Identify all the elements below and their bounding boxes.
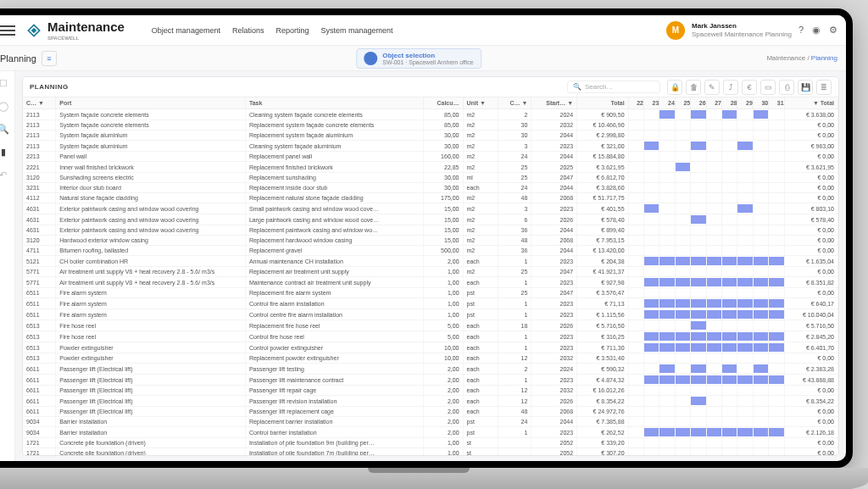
table-row[interactable]: 6511Fire alarm systemControl fire alarm …: [23, 298, 838, 309]
cell-row-total: € 0,00: [784, 438, 837, 448]
sidebar-user-icon[interactable]: ◯: [0, 101, 8, 112]
table-row[interactable]: 1721Concrete pile foundation (driven)Ins…: [23, 438, 838, 448]
cell-task: Small paintwork casing and window wood c…: [245, 203, 424, 214]
table-row[interactable]: 6511Fire alarm systemControl centre fire…: [23, 309, 838, 320]
col-code[interactable]: C… ▼: [23, 97, 56, 109]
table-row[interactable]: 4112Natural stone façade claddingReplace…: [23, 193, 838, 203]
save-icon[interactable]: 💾: [798, 80, 813, 95]
table-row[interactable]: 6513Powder extinguisherReplacement powde…: [23, 353, 838, 364]
table-row[interactable]: 2113System façade aluminiumReplacement s…: [23, 131, 838, 141]
table-row[interactable]: 6511Fire alarm systemReplacement fire al…: [23, 288, 838, 298]
col-year-27[interactable]: 27: [706, 97, 721, 109]
col-year-24[interactable]: 24: [659, 97, 675, 109]
gantt-cell: [706, 162, 721, 173]
table-row[interactable]: 6611Passenger lift (Electrical lift)Pass…: [23, 407, 838, 417]
brand-logo[interactable]: Maintenance SPACEWELL: [25, 19, 125, 41]
col-port[interactable]: Port: [56, 97, 246, 109]
col-task[interactable]: Task: [245, 97, 424, 109]
table-row[interactable]: 3120Hardwood exterior window casingRepla…: [23, 236, 838, 246]
sidebar-planning-icon[interactable]: ▮: [1, 147, 6, 158]
col-year-25[interactable]: 25: [675, 97, 690, 109]
col-year-26[interactable]: 26: [691, 97, 706, 109]
table-row[interactable]: 2213Panel wallReplacement panel wall160,…: [23, 152, 838, 162]
table-row[interactable]: 6513Powder extinguisherControl powder ex…: [23, 342, 838, 353]
col-c[interactable]: C… ▼: [498, 97, 531, 109]
columns-icon[interactable]: ≣: [816, 80, 832, 95]
user-avatar[interactable]: M: [666, 21, 685, 40]
col-year-22[interactable]: 22: [628, 97, 643, 109]
nav-object-management[interactable]: Object management: [152, 26, 220, 35]
col-calc[interactable]: Calcu…: [424, 97, 463, 109]
table-row[interactable]: 6611Passenger lift (Electrical lift)Pass…: [23, 386, 838, 396]
cell-unit: m2: [463, 141, 498, 152]
table-row[interactable]: 4631Exterior paintwork casing and window…: [23, 203, 838, 214]
search-input[interactable]: 🔍 Search…: [567, 81, 660, 93]
table-row[interactable]: 5771Air treatment unit supply V8 + heat …: [23, 267, 838, 277]
col-row-total[interactable]: ▼ Total: [784, 97, 837, 109]
cell-row-total: € 0,00: [784, 386, 837, 396]
gantt-cell: [706, 152, 721, 162]
gantt-cell: [659, 448, 675, 456]
table-row[interactable]: 4711Bitumen roofing, ballastedReplacemen…: [23, 246, 838, 256]
table-row[interactable]: 2113System façade concrete elementsClean…: [23, 109, 838, 120]
table-row[interactable]: 2113System façade concrete elementsRepla…: [23, 120, 838, 131]
nav-relations[interactable]: Relations: [232, 26, 264, 35]
table-row[interactable]: 6611Passenger lift (Electrical lift)Pass…: [23, 375, 838, 386]
table-row[interactable]: 6611Passenger lift (Electrical lift)Pass…: [23, 396, 838, 407]
object-selection[interactable]: Object selection SW-001 · Spacewell Arnh…: [356, 48, 481, 69]
print-icon[interactable]: ⎙: [779, 80, 794, 95]
nav-system-management[interactable]: System management: [320, 26, 392, 35]
expand-icon[interactable]: ▭: [760, 80, 776, 95]
col-total[interactable]: Total: [577, 97, 629, 109]
cell-task: Control barrier installation: [245, 427, 424, 438]
gantt-cell: [675, 417, 690, 427]
help-icon[interactable]: ?: [798, 25, 804, 36]
cell-code: 6611: [23, 375, 56, 386]
table-row[interactable]: 1721Concrete pile foundation (driven)Ins…: [23, 448, 838, 456]
col-year-23[interactable]: 23: [643, 97, 659, 109]
link-icon[interactable]: ⤴: [723, 80, 738, 95]
col-year-29[interactable]: 29: [737, 97, 753, 109]
table-row[interactable]: 2221Inner wall finished brickworkReplace…: [23, 162, 838, 173]
edit-icon[interactable]: ✎: [704, 80, 720, 95]
table-row[interactable]: 6513Fire hose reelReplacement fire hose …: [23, 320, 838, 331]
table-row[interactable]: 2113System façade aluminiumCleaning syst…: [23, 141, 838, 152]
table-row[interactable]: 9034Barrier installationReplacement barr…: [23, 417, 838, 427]
col-start[interactable]: Start… ▼: [531, 97, 577, 109]
gantt-cell: [753, 309, 768, 320]
list-view-icon[interactable]: ≡: [42, 51, 57, 66]
breadcrumb-parent[interactable]: Maintenance: [766, 54, 805, 62]
gantt-cell: [675, 309, 690, 320]
col-year-30[interactable]: 30: [753, 97, 768, 109]
cell-port: Powder extinguisher: [56, 353, 246, 364]
euro-icon[interactable]: €: [742, 80, 757, 95]
sidebar-undo-icon[interactable]: ↶: [0, 169, 7, 181]
col-unit[interactable]: Unit ▼: [463, 97, 498, 109]
delete-icon[interactable]: 🗑: [686, 80, 701, 95]
cell-unit: st: [463, 448, 498, 456]
col-year-28[interactable]: 28: [722, 97, 737, 109]
watch-icon[interactable]: ◉: [812, 25, 821, 36]
cell-c: 1: [498, 309, 531, 320]
sidebar-search-icon[interactable]: 🔍: [0, 124, 9, 135]
menu-toggle-icon[interactable]: [0, 23, 15, 38]
table-row[interactable]: 9034Barrier installationControl barrier …: [23, 427, 838, 438]
table-row[interactable]: 4631Exterior paintwork casing and window…: [23, 214, 838, 225]
gantt-cell: [691, 203, 706, 214]
table-row[interactable]: 4631Exterior paintwork casing and window…: [23, 225, 838, 236]
nav-reporting[interactable]: Reporting: [275, 26, 309, 35]
gantt-cell: [737, 288, 753, 298]
sidebar-inbox-icon[interactable]: ☐: [0, 78, 8, 89]
settings-icon[interactable]: ⚙: [829, 25, 837, 36]
table-row[interactable]: 3120Sunshading screens electricReplaceme…: [23, 173, 838, 183]
table-row[interactable]: 6513Fire hose reelControl fire hose reel…: [23, 331, 838, 342]
table-row[interactable]: 5771Air treatment unit supply V8 + heat …: [23, 277, 838, 288]
cell-port: Natural stone façade cladding: [56, 193, 246, 203]
lock-icon[interactable]: 🔒: [667, 80, 682, 95]
col-year-31[interactable]: 31: [769, 97, 784, 109]
table-row[interactable]: 5121CH boiler combination HRAnnual maint…: [23, 256, 838, 267]
brand-name: Maintenance: [47, 19, 125, 34]
table-row[interactable]: 3231Interior door stub boardReplacement …: [23, 183, 838, 193]
cell-task: Control fire alarm installation: [245, 298, 424, 309]
table-row[interactable]: 6611Passenger lift (Electrical lift)Pass…: [23, 364, 838, 375]
